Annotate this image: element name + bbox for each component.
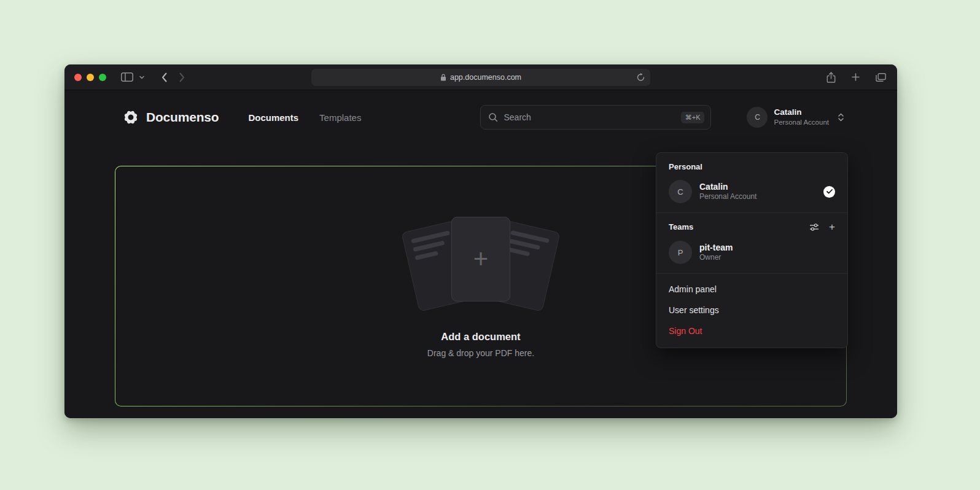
address-bar[interactable]: app.documenso.com [311, 69, 650, 86]
menu-item-admin-panel[interactable]: Admin panel [656, 279, 847, 300]
personal-subtitle: Personal Account [699, 192, 816, 202]
browser-titlebar: app.documenso.com [64, 64, 897, 90]
sidebar-toggle-icon[interactable] [120, 71, 134, 83]
tab-overview-icon[interactable] [874, 72, 887, 83]
menu-item-sign-out[interactable]: Sign Out [656, 321, 847, 341]
account-dropdown-menu: Personal C Catalin Personal Account Team… [656, 152, 848, 348]
menu-divider [656, 212, 847, 213]
share-icon[interactable] [825, 71, 837, 84]
main-nav: Documents Templates [248, 112, 361, 123]
brand[interactable]: Documenso [122, 109, 219, 126]
team-avatar: P [669, 241, 692, 264]
lock-icon [440, 74, 446, 81]
personal-account-item[interactable]: C Catalin Personal Account [656, 176, 847, 208]
create-team-plus-icon[interactable]: + [829, 222, 835, 232]
search-shortcut-badge: ⌘+K [681, 112, 705, 123]
new-tab-plus-icon[interactable] [850, 72, 861, 82]
search-icon [488, 112, 498, 122]
page-content: Documenso Documents Templates ⌘+K C Cata… [64, 105, 897, 418]
plus-icon: + [473, 246, 489, 272]
dropzone-subtitle: Drag & drop your PDF here. [427, 348, 534, 358]
app-header: Documenso Documents Templates ⌘+K C Cata… [64, 105, 897, 130]
nav-documents[interactable]: Documents [248, 112, 298, 123]
teams-section-header: Teams + [656, 218, 847, 236]
personal-name: Catalin [699, 181, 816, 192]
forward-icon[interactable] [178, 71, 186, 84]
menu-item-user-settings[interactable]: User settings [656, 300, 847, 321]
search-input[interactable] [504, 112, 680, 122]
back-icon[interactable] [160, 71, 168, 84]
manage-teams-icon[interactable] [809, 223, 819, 231]
account-avatar: C [747, 107, 768, 128]
account-menu-trigger[interactable]: C Catalin Personal Account [747, 107, 844, 128]
search-bar[interactable]: ⌘+K [480, 105, 711, 130]
team-item[interactable]: P pit-team Owner [656, 236, 847, 268]
documenso-logo-icon [122, 109, 139, 126]
document-card-add: + [451, 217, 510, 301]
documents-stack-illustration: + [406, 214, 556, 316]
personal-section-label: Personal [656, 157, 847, 176]
brand-name: Documenso [146, 110, 219, 125]
browser-window: app.documenso.com Documenso [64, 64, 897, 418]
teams-section-label: Teams [669, 222, 799, 231]
refresh-icon[interactable] [637, 73, 645, 82]
menu-divider [656, 273, 847, 274]
dropzone-title: Add a document [441, 331, 520, 343]
close-window-button[interactable] [74, 74, 82, 81]
zoom-window-button[interactable] [99, 74, 106, 81]
account-name: Catalin [774, 107, 829, 118]
selected-check-icon [823, 186, 835, 198]
nav-templates[interactable]: Templates [319, 112, 361, 123]
address-bar-url: app.documenso.com [450, 73, 521, 82]
chevron-up-down-icon [838, 112, 844, 122]
account-type: Personal Account [774, 118, 829, 126]
traffic-lights [74, 74, 106, 81]
personal-avatar: C [669, 180, 692, 203]
minimize-window-button[interactable] [87, 74, 94, 81]
sidebar-chevron-down-icon[interactable] [138, 74, 146, 80]
team-role: Owner [699, 253, 835, 263]
team-name: pit-team [699, 242, 835, 253]
